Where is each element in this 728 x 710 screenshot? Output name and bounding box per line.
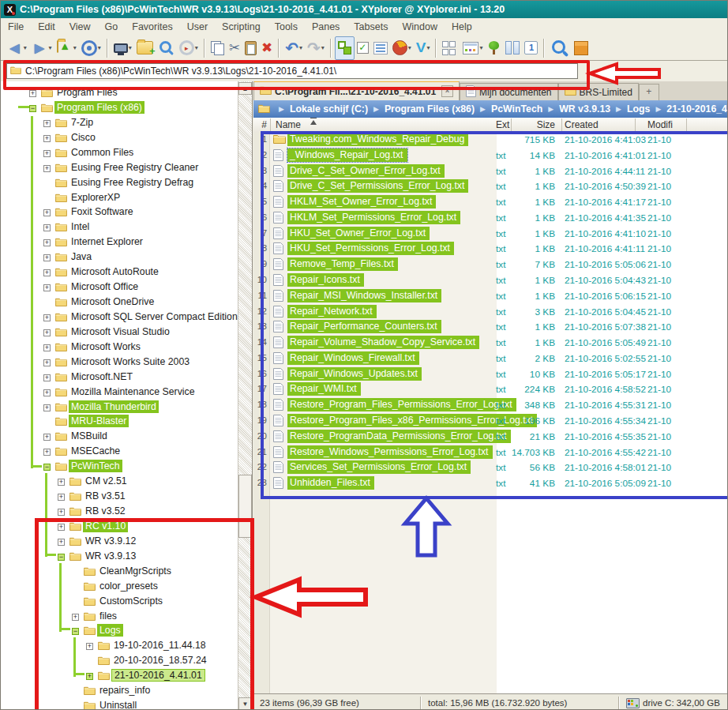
tree-item-label[interactable]: RB v3.52 <box>83 505 128 517</box>
single-line-button[interactable]: 1 <box>522 37 540 59</box>
menu-panes[interactable]: Panes <box>305 20 347 34</box>
expand-plus-icon[interactable]: + <box>43 120 51 127</box>
tree-item-eusing-free-registry-cleaner[interactable]: +Eusing Free Registry Cleaner <box>1 161 238 175</box>
tree-item-label[interactable]: Microsoft OneDrive <box>69 295 156 308</box>
file-name[interactable]: HKU_Set_Permissions_Error_Log.txt <box>287 242 454 255</box>
table-row[interactable]: 9 Remove_Temp_Files.txt txt 7 KB 21-10-2… <box>253 257 728 272</box>
tree-item-repairs-info[interactable]: repairs_info <box>1 684 238 698</box>
expand-plus-icon[interactable]: + <box>43 449 51 456</box>
expand-plus-icon[interactable]: + <box>43 269 51 276</box>
file-name[interactable]: Services_Set_Permissions_Error_Log.txt <box>287 460 471 474</box>
tree-item-microsoft-visual-studio[interactable]: +Microsoft Visual Studio <box>1 325 238 340</box>
tree-item-eusing-free-registry-defrag[interactable]: Eusing Free Registry Defrag <box>1 176 238 190</box>
tree-item-explorerxp[interactable]: ExplorerXP <box>1 191 238 205</box>
goto-button[interactable]: ▾ <box>79 37 103 59</box>
table-row[interactable]: 11 Repair_MSI_Windows_Installer.txt txt … <box>253 289 728 304</box>
color-filter-button[interactable]: ▾ <box>390 37 414 59</box>
tree-item-label[interactable]: Program Files (x86) <box>54 101 144 114</box>
table-row[interactable]: 23 Unhidden_Files.txt txt 41 KB 21-10-20… <box>253 476 728 491</box>
tree-item-19-10-2016-11-44-18[interactable]: +19-10-2016_11.44.18 <box>1 639 238 653</box>
cut-button[interactable]: ✂ <box>227 37 242 59</box>
expand-plus-icon[interactable]: + <box>58 509 65 516</box>
tree-item-label[interactable]: WR v3.9.13 <box>83 550 138 562</box>
table-row[interactable]: 2 _Windows_Repair_Log.txt txt 14 KB 21-1… <box>253 148 728 163</box>
toggle-tree-button[interactable] <box>335 36 355 60</box>
file-name[interactable]: Repair_Volume_Shadow_Copy_Service.txt <box>287 336 479 349</box>
menu-tabsets[interactable]: Tabsets <box>347 20 395 34</box>
tree-item-java[interactable]: +Java <box>1 250 238 265</box>
table-row[interactable]: 4 Drive_C_Set_Permissions_Error_Log.txt … <box>253 179 728 194</box>
file-name[interactable]: Drive_C_Set_Owner_Error_Log.txt <box>287 164 445 178</box>
expand-plus-icon[interactable]: + <box>43 389 51 396</box>
tree-item-wr-v3-9-13[interactable]: −WR v3.9.13 <box>1 550 238 564</box>
tree-item-label[interactable]: Program Files <box>54 86 120 99</box>
expand-plus-icon[interactable]: + <box>43 135 51 142</box>
copy-button[interactable] <box>208 37 227 59</box>
forward-button[interactable]: ►▾ <box>29 37 54 59</box>
collapse-minus-icon[interactable]: − <box>29 105 36 112</box>
tree-item-microsoft-net[interactable]: +Microsoft.NET <box>1 370 238 385</box>
expand-plus-icon[interactable]: + <box>43 239 51 246</box>
delete-button[interactable]: ✖ <box>259 37 275 59</box>
column-divider[interactable] <box>511 118 512 131</box>
tree-item-msbuild[interactable]: +MSBuild <box>1 430 238 444</box>
tree-item-uninstall[interactable]: Uninstall <box>1 699 238 710</box>
file-name[interactable]: HKLM_Set_Owner_Error_Log.txt <box>287 195 436 208</box>
title-bar[interactable]: X C:\Program Files (x86)\PcWinTech\WR v3… <box>1 1 727 18</box>
tree-item-label[interactable]: repairs_info <box>97 684 152 697</box>
expand-plus-icon[interactable]: + <box>43 374 51 381</box>
tree-item-label[interactable]: 19-10-2016_11.44.18 <box>111 639 208 652</box>
scroll-up-button[interactable]: ▲ <box>238 82 252 95</box>
table-row[interactable]: 14 Repair_Volume_Shadow_Copy_Service.txt… <box>253 336 728 351</box>
tree-item-rb-v3-51[interactable]: +RB v3.51 <box>1 490 238 504</box>
file-name[interactable]: Repair_MSI_Windows_Installer.txt <box>287 289 441 302</box>
column-divider[interactable] <box>270 118 271 131</box>
visual-filter-button[interactable]: V▾ <box>414 37 433 59</box>
tree-item-cleanmgrscripts[interactable]: CleanMgrScripts <box>1 565 238 579</box>
tree-item-label[interactable]: Microsoft SQL Server Compact Edition <box>69 310 240 323</box>
tree-item-internet-explorer[interactable]: +Internet Explorer <box>1 235 238 250</box>
breadcrumb-item-3[interactable]: PcWinTech <box>491 103 542 115</box>
table-row[interactable]: 19 Restore_Program_Files_x86_Permissions… <box>253 414 728 429</box>
table-row[interactable]: 8 HKU_Set_Permissions_Error_Log.txt txt … <box>253 242 728 257</box>
list-view-button[interactable] <box>371 37 390 59</box>
search-button[interactable] <box>156 37 177 59</box>
tree-item-wr-v3-9-12[interactable]: +WR v3.9.12 <box>1 535 238 549</box>
column-header-size[interactable]: Size <box>508 119 555 130</box>
breadcrumb[interactable]: ▶ Lokale schijf (C:)▶ Program Files (x86… <box>253 100 728 118</box>
tab-2[interactable]: Mijn documenten <box>460 83 557 100</box>
file-name[interactable]: Repair_Network.txt <box>287 305 377 318</box>
tree-item-label[interactable]: Mozilla Thunderbird <box>69 400 159 413</box>
tree-item-label[interactable]: Eusing Free Registry Cleaner <box>69 161 201 174</box>
table-row[interactable]: 7 HKU_Set_Owner_Error_Log.txt txt 1 KB 2… <box>253 227 728 242</box>
redo-button[interactable]: ↷▾ <box>305 37 327 59</box>
tree-item-7-zip[interactable]: +7-Zip <box>1 116 238 130</box>
details-view-button[interactable]: ▾ <box>460 37 485 59</box>
expand-plus-icon[interactable]: + <box>43 314 51 321</box>
tree-item-label[interactable]: CustomScripts <box>97 595 165 607</box>
menu-file[interactable]: File <box>1 20 31 34</box>
tree-item-cm-v2-51[interactable]: +CM v2.51 <box>1 475 238 489</box>
file-name[interactable]: Repair_Windows_Firewall.txt <box>287 351 419 365</box>
tree-item-program-files-x86-[interactable]: −Program Files (x86) <box>1 101 238 115</box>
table-row[interactable]: 3 Drive_C_Set_Owner_Error_Log.txt txt 1 … <box>253 164 728 179</box>
tree-item-microsoft-onedrive[interactable]: Microsoft OneDrive <box>1 295 238 310</box>
breadcrumb-item-2[interactable]: Program Files (x86) <box>385 103 475 115</box>
file-name[interactable]: Tweaking.com_Windows_Repair_Debug <box>287 133 468 146</box>
column-header-name[interactable]: Name <box>276 119 301 130</box>
expand-plus-icon[interactable]: + <box>43 165 51 172</box>
expand-plus-icon[interactable]: + <box>43 209 51 216</box>
expand-plus-icon[interactable]: + <box>43 329 51 336</box>
tree-item-label[interactable]: Intel <box>69 220 92 233</box>
file-name[interactable]: Unhidden_Files.txt <box>287 476 374 490</box>
tree-item-label[interactable]: Foxit Software <box>69 205 136 218</box>
new-folder-button[interactable]: + <box>134 37 156 59</box>
file-name[interactable]: Repair_Windows_Updates.txt <box>287 367 422 381</box>
file-name[interactable]: Restore_Windows_Permissions_Error_Log.tx… <box>287 445 493 459</box>
tree-item-label[interactable]: RC v1.10 <box>83 520 128 532</box>
collapse-minus-icon[interactable]: − <box>72 628 79 635</box>
file-name[interactable]: _Windows_Repair_Log.txt <box>287 148 407 162</box>
tab-3[interactable]: BRS-Limited <box>558 83 639 100</box>
column-header-created[interactable]: Created <box>565 119 599 130</box>
menu-view[interactable]: View <box>62 20 98 34</box>
